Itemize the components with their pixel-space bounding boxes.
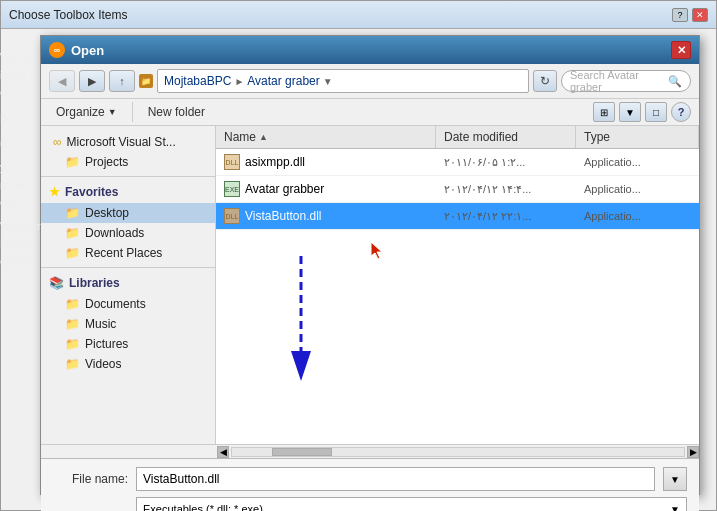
search-placeholder: Search Avatar graber bbox=[570, 69, 664, 93]
avatar-grabber-date: ۲۰۱۲/۰۴/۱۲ ۱۴:۴... bbox=[436, 181, 576, 198]
avatar-grabber-icon: EXE bbox=[224, 181, 240, 197]
downloads-folder-icon: 📁 bbox=[65, 226, 80, 240]
file-row-asixmpp[interactable]: DLL asixmpp.dll ۲۰۱۱/۰۶/۰۵ ۱:۲... Applic… bbox=[216, 149, 699, 176]
up-btn[interactable]: ↑ bbox=[109, 70, 135, 92]
file-row-vistabutton[interactable]: DLL VistaButton.dll ۲۰۱۲/۰۴/۱۲ ۲۲:۱... A… bbox=[216, 203, 699, 230]
svg-marker-1 bbox=[291, 351, 311, 381]
scroll-left-btn[interactable]: ◀ bbox=[217, 446, 229, 458]
sidebar-item-recent-places[interactable]: 📁 Recent Places bbox=[41, 243, 215, 263]
music-folder-icon: 📁 bbox=[65, 317, 80, 331]
name-sort-icon: ▲ bbox=[259, 132, 268, 142]
preview-btn[interactable]: □ bbox=[645, 102, 667, 122]
filename-label: File name: bbox=[53, 472, 128, 486]
filetype-row: Executables (*.dll; *.exe) ▼ bbox=[53, 497, 687, 511]
sidebar: ∞ Microsoft Visual St... 📁 Projects ★ Fa… bbox=[41, 126, 216, 444]
content-area: ∞ Microsoft Visual St... 📁 Projects ★ Fa… bbox=[41, 126, 699, 444]
bottom-area: File name: ▼ Executables (*.dll; *.exe) … bbox=[41, 458, 699, 511]
back-btn[interactable]: ◀ bbox=[49, 70, 75, 92]
dashed-arrow bbox=[276, 256, 326, 386]
refresh-btn[interactable]: ↻ bbox=[533, 70, 557, 92]
breadcrumb[interactable]: MojtabaBPC ► Avatar graber ▼ bbox=[157, 69, 529, 93]
scroll-right-btn[interactable]: ▶ bbox=[687, 446, 699, 458]
dialog-icon: ∞ bbox=[49, 42, 65, 58]
bg-help-btn[interactable]: ? bbox=[672, 8, 688, 22]
h-scrollbar[interactable]: ◀ ▶ bbox=[41, 444, 699, 458]
bg-title-text: Choose Toolbox Items bbox=[9, 8, 672, 22]
sidebar-item-pictures[interactable]: 📁 Pictures bbox=[41, 334, 215, 354]
organize-chevron-icon: ▼ bbox=[108, 107, 117, 117]
forward-btn[interactable]: ▶ bbox=[79, 70, 105, 92]
vistabutton-type: Applicatio... bbox=[576, 208, 699, 224]
help-btn[interactable]: ? bbox=[671, 102, 691, 122]
vistabutton-filename: VistaButton.dll bbox=[245, 209, 322, 223]
asixmpp-file-icon: DLL bbox=[224, 154, 240, 170]
view-toggle-btn[interactable]: ⊞ bbox=[593, 102, 615, 122]
favorites-star-icon: ★ bbox=[49, 185, 60, 199]
col-date-header[interactable]: Date modified bbox=[436, 126, 576, 148]
open-dialog: ∞ Open ✕ ◀ ▶ ↑ 📁 MojtabaBPC ► Avatar gra… bbox=[40, 35, 700, 495]
asixmpp-filename: asixmpp.dll bbox=[245, 155, 305, 169]
toolbar-separator bbox=[132, 102, 133, 122]
left-edge-labels: Worker igator ce Box uStrip y rcher own … bbox=[0, 45, 42, 275]
h-scroll-track[interactable] bbox=[231, 447, 685, 457]
asixmpp-date: ۲۰۱۱/۰۶/۰۵ ۱:۲... bbox=[436, 154, 576, 171]
view-chevron-btn[interactable]: ▼ bbox=[619, 102, 641, 122]
sidebar-item-documents[interactable]: 📁 Documents bbox=[41, 294, 215, 314]
sidebar-item-music[interactable]: 📁 Music bbox=[41, 314, 215, 334]
videos-folder-icon: 📁 bbox=[65, 357, 80, 371]
svg-marker-2 bbox=[371, 242, 382, 259]
file-row-avatar-grabber[interactable]: EXE Avatar grabber ۲۰۱۲/۰۴/۱۲ ۱۴:۴... Ap… bbox=[216, 176, 699, 203]
documents-folder-icon: 📁 bbox=[65, 297, 80, 311]
avatar-grabber-type: Applicatio... bbox=[576, 181, 699, 197]
filetype-dropdown-icon: ▼ bbox=[670, 504, 680, 512]
file-list-header: Name ▲ Date modified Type bbox=[216, 126, 699, 149]
dialog-title-bar: ∞ Open ✕ bbox=[41, 36, 699, 64]
vistabutton-date: ۲۰۱۲/۰۴/۱۲ ۲۲:۱... bbox=[436, 208, 576, 225]
vistabutton-icon: DLL bbox=[224, 208, 240, 224]
libraries-folder-icon: 📚 bbox=[49, 276, 64, 290]
dialog-close-btn[interactable]: ✕ bbox=[671, 41, 691, 59]
filename-row: File name: ▼ bbox=[53, 467, 687, 491]
mouse-cursor bbox=[371, 242, 385, 263]
desktop-folder-icon: 📁 bbox=[65, 206, 80, 220]
path-icon: 📁 bbox=[139, 74, 153, 88]
projects-folder-icon: 📁 bbox=[65, 155, 80, 169]
bg-title-bar: Choose Toolbox Items ? ✕ bbox=[1, 1, 716, 29]
bg-close-btn[interactable]: ✕ bbox=[692, 8, 708, 22]
sidebar-divider-1 bbox=[41, 176, 215, 177]
search-box[interactable]: Search Avatar graber 🔍 bbox=[561, 70, 691, 92]
h-scroll-thumb[interactable] bbox=[272, 448, 332, 456]
bg-title-icons: ? ✕ bbox=[672, 8, 708, 22]
address-bar: ◀ ▶ ↑ 📁 MojtabaBPC ► Avatar graber ▼ ↻ S… bbox=[41, 64, 699, 99]
filename-dropdown-btn[interactable]: ▼ bbox=[663, 467, 687, 491]
col-type-header[interactable]: Type bbox=[576, 126, 699, 148]
sidebar-item-desktop[interactable]: 📁 Desktop bbox=[41, 203, 215, 223]
dialog-title: Open bbox=[71, 43, 671, 58]
sidebar-favorites-header[interactable]: ★ Favorites bbox=[41, 181, 215, 203]
filetype-select[interactable]: Executables (*.dll; *.exe) ▼ bbox=[136, 497, 687, 511]
ms-visual-icon: ∞ bbox=[53, 135, 62, 149]
avatar-grabber-filename: Avatar grabber bbox=[245, 182, 324, 196]
breadcrumb-part-2[interactable]: Avatar graber bbox=[247, 74, 320, 88]
sidebar-divider-2 bbox=[41, 267, 215, 268]
pictures-folder-icon: 📁 bbox=[65, 337, 80, 351]
filename-input[interactable] bbox=[136, 467, 655, 491]
breadcrumb-part-1[interactable]: MojtabaBPC bbox=[164, 74, 231, 88]
asixmpp-type: Applicatio... bbox=[576, 154, 699, 170]
toolbar-right: ⊞ ▼ □ ? bbox=[593, 102, 691, 122]
sidebar-item-ms-visual[interactable]: ∞ Microsoft Visual St... bbox=[41, 132, 215, 152]
sidebar-item-downloads[interactable]: 📁 Downloads bbox=[41, 223, 215, 243]
sidebar-item-projects[interactable]: 📁 Projects bbox=[41, 152, 215, 172]
toolbar: Organize ▼ New folder ⊞ ▼ □ ? bbox=[41, 99, 699, 126]
search-icon: 🔍 bbox=[668, 75, 682, 88]
recent-folder-icon: 📁 bbox=[65, 246, 80, 260]
organize-btn[interactable]: Organize ▼ bbox=[49, 102, 124, 122]
file-list-container: Name ▲ Date modified Type DLL asixmpp.dl… bbox=[216, 126, 699, 444]
sidebar-libraries-header[interactable]: 📚 Libraries bbox=[41, 272, 215, 294]
sidebar-item-videos[interactable]: 📁 Videos bbox=[41, 354, 215, 374]
new-folder-btn[interactable]: New folder bbox=[141, 102, 212, 122]
col-name-header[interactable]: Name ▲ bbox=[216, 126, 436, 148]
